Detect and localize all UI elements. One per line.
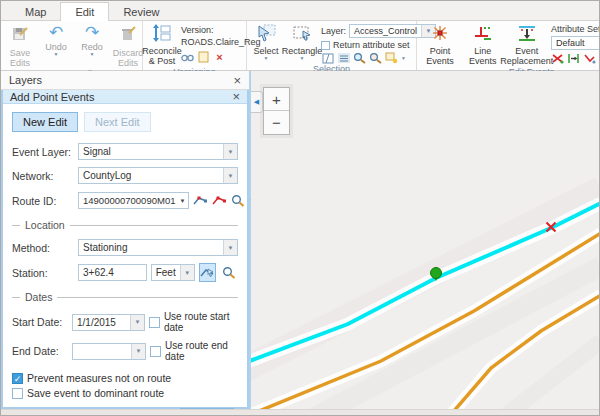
discard-edits-button[interactable]: Discard Edits (111, 23, 145, 69)
window-bottom-edge (1, 409, 599, 415)
layers-pane-close-icon[interactable]: × (233, 74, 241, 87)
zoom-in-button[interactable]: + (264, 88, 289, 111)
network-caret[interactable]: ▼ (223, 168, 237, 183)
route-id-caret[interactable]: ▼ (179, 198, 188, 204)
delete-version-icon[interactable]: × (213, 51, 226, 63)
start-date-caret[interactable]: ▼ (130, 315, 144, 330)
undo-icon: ↶ (49, 24, 63, 42)
zoom-out-button[interactable]: − (264, 111, 289, 134)
trash-icon (118, 24, 138, 48)
select-route-icon[interactable] (193, 191, 208, 210)
collapse-arrow-icon: ◀ (254, 98, 259, 106)
tab-edit[interactable]: Edit (60, 2, 109, 21)
pan-to-selection-icon[interactable] (369, 52, 382, 64)
route-id-input[interactable]: 14900000700090M01 ▼ (78, 192, 189, 209)
new-edit-label: New Edit (23, 116, 67, 128)
layers-pane-header: Layers × (1, 71, 249, 90)
event-replacement-label: Event Replacement (500, 46, 553, 66)
route-id-value: 14900000700090M01 (79, 195, 179, 206)
add-point-events-title: Add Point Events (10, 91, 232, 103)
attribute-set-combo[interactable]: Default ▼ (551, 36, 600, 50)
prevent-measures-label: Prevent measures not on route (27, 372, 171, 384)
undo-dropdown-caret[interactable]: ▼ (54, 52, 59, 57)
event-replacement-button[interactable]: Event Replacement (504, 23, 549, 67)
selection-tools-caret[interactable]: ▼ (401, 56, 406, 61)
station-unit-value: Feet (152, 267, 180, 278)
redo-dropdown-caret[interactable]: ▼ (90, 52, 95, 57)
dominant-route-label: Save event to dominant route (27, 387, 164, 399)
event-replacement-icon (516, 24, 538, 46)
select-button[interactable]: Select ▼ (249, 23, 283, 62)
method-combo[interactable]: Stationing ▼ (78, 239, 238, 256)
station-input[interactable]: 3+62.4 (78, 264, 147, 281)
add-point-events-close-icon[interactable]: × (232, 90, 240, 103)
left-panel: Layers × Add Point Events × New Edit Nex… (1, 71, 251, 409)
select-by-shape-icon[interactable] (321, 52, 334, 64)
new-edit-button[interactable]: New Edit (12, 112, 78, 132)
dates-section-label: Dates (25, 291, 52, 303)
method-caret[interactable]: ▼ (223, 240, 237, 255)
attribute-set-label: Attribute Set: (551, 24, 600, 34)
station-unit-combo[interactable]: Feet ▼ (151, 264, 195, 281)
use-route-start-date-checkbox[interactable] (149, 317, 160, 328)
tab-review-label: Review (123, 6, 159, 18)
zoom-to-route-icon[interactable] (231, 191, 245, 210)
rectangle-select-icon (292, 24, 312, 46)
tab-map-label: Map (25, 6, 46, 18)
discard-edits-label: Discard Edits (113, 48, 144, 68)
next-edit-button[interactable]: Next Edit (84, 112, 151, 132)
network-combo[interactable]: CountyLog ▼ (78, 167, 238, 184)
tab-review[interactable]: Review (109, 3, 173, 20)
group-selection: Select ▼ Rectangle ▼ Layer: Access_Contr… (247, 21, 417, 70)
point-events-label: Point Events (421, 46, 459, 66)
new-version-icon[interactable] (197, 51, 210, 63)
app-window: Map Edit Review Save Edits ↶ Undo ▼ (0, 0, 600, 416)
map-canvas (251, 71, 599, 409)
rectangle-dropdown-caret[interactable]: ▼ (300, 56, 305, 61)
next-edit-label: Next Edit (95, 116, 140, 128)
panel-collapse-button[interactable]: ◀ (251, 91, 263, 113)
selection-list-icon[interactable] (337, 52, 350, 64)
save-icon (10, 24, 30, 48)
end-date-caret[interactable]: ▼ (131, 344, 145, 359)
station-unit-caret[interactable]: ▼ (180, 265, 194, 280)
save-edits-button[interactable]: Save Edits (3, 23, 37, 69)
undo-button[interactable]: ↶ Undo ▼ (39, 23, 73, 58)
map-zoom-control: + − (263, 87, 290, 135)
use-route-end-date-checkbox[interactable] (150, 346, 161, 357)
select-route-on-map-icon[interactable] (212, 191, 227, 210)
line-events-button[interactable]: Line Events (463, 23, 502, 67)
manage-versions-icon[interactable] (181, 51, 194, 63)
event-layer-value: Signal (79, 146, 223, 157)
point-events-button[interactable]: Point Events (419, 23, 461, 67)
location-section-label: Location (25, 219, 65, 231)
prevent-measures-checkbox[interactable]: ✓ (12, 373, 23, 384)
start-date-combo[interactable]: 1/1/2015 ▼ (72, 314, 145, 331)
redo-button[interactable]: ↷ Redo ▼ (75, 23, 109, 58)
tab-map[interactable]: Map (11, 3, 60, 20)
dominant-route-checkbox[interactable] (12, 388, 23, 399)
return-attribute-set-checkbox[interactable] (321, 41, 330, 50)
save-edits-label: Save Edits (5, 48, 35, 68)
event-layer-combo[interactable]: Signal ▼ (78, 143, 238, 160)
select-cursor-icon (256, 24, 276, 46)
clear-selection-icon[interactable] (385, 52, 398, 64)
rectangle-select-button[interactable]: Rectangle ▼ (285, 23, 319, 62)
reconcile-post-button[interactable]: Reconcile & Post (145, 23, 179, 67)
event-layer-caret[interactable]: ▼ (223, 144, 237, 159)
reconcile-post-label: Reconcile & Post (142, 46, 182, 66)
pick-station-on-map-button[interactable] (199, 263, 217, 282)
zoom-in-label: + (272, 91, 281, 108)
merge-events-icon[interactable] (567, 52, 580, 64)
split-event-icon[interactable] (551, 52, 564, 64)
zoom-to-selection-icon[interactable] (353, 52, 366, 64)
zoom-out-label: − (272, 114, 281, 131)
zoom-to-station-icon[interactable] (220, 263, 238, 282)
station-value: 3+62.4 (79, 267, 146, 278)
method-value: Stationing (79, 242, 223, 253)
end-date-combo[interactable]: ▼ (72, 343, 146, 360)
retire-event-icon[interactable] (583, 52, 596, 64)
map-view[interactable]: ◀ + − (251, 71, 599, 409)
select-dropdown-caret[interactable]: ▼ (264, 56, 269, 61)
add-point-events-header: Add Point Events × (3, 90, 247, 104)
